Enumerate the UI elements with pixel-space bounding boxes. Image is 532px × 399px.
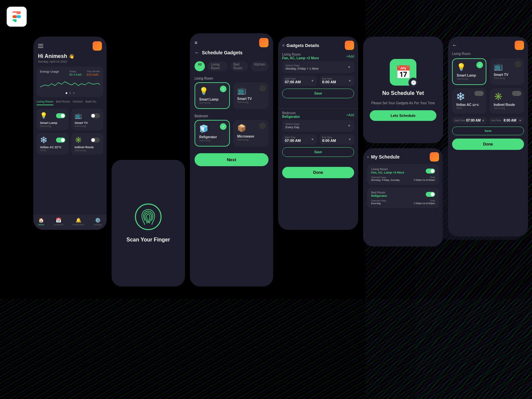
figma-logo [7,7,27,27]
nav-schedule[interactable]: 📅 Schedule [54,217,63,226]
gadget-microwave[interactable]: 📦 Microwave Samsung [233,120,268,147]
s7-router-brand: Samsung [494,107,520,110]
greeting-text: Hi Animesh 👋 [38,53,102,59]
today-label: Today [69,70,83,73]
screen7-back-arrow[interactable]: ← [452,42,457,48]
refrigerator-gadget-brand: Samsung [199,139,225,142]
energy-chart [40,78,100,91]
ac-name: Voltas AC 22°C [40,146,65,149]
bedroom-end-value: 8:00 AM [322,139,336,143]
divider [278,108,358,109]
lets-schedule-btn[interactable]: Lets Schedule [370,110,436,121]
bedroom-section: Bedroom [190,112,273,120]
s7-start-chevron: ▼ [482,119,485,122]
gadget-smart-lamp[interactable]: ✓ 💡 Smart Lamp Samsung [195,82,230,109]
bedroom-start-chevron: ▼ [311,138,314,141]
screen-fingerprint: Scan Your Finger [112,160,185,286]
s7-lamp-card: ✓ 💡 Smart Lamp Samsung [452,58,486,85]
s7-end-time[interactable]: End Time 8:00 AM ▼ [489,117,524,124]
s7-ac-toggle[interactable] [474,91,484,96]
s7-save-btn[interactable]: Save [452,127,524,135]
avatar-s7[interactable] [515,41,524,50]
device-card-ac: ❄️ Voltas AC 22°C TATA [37,133,69,155]
screen-gadget-selection: ← Living Room ✓ 💡 Smart Lamp Samsung 📺 S… [448,37,528,236]
greeting-section: Hi Animesh 👋 Sunday, April 24 2022 [33,53,107,67]
fingerprint-icon [135,203,162,230]
filter-bed-room[interactable]: Bed Room [230,61,248,71]
avatar[interactable] [93,41,102,51]
greeting-date: Sunday, April 24 2022 [38,60,102,63]
avatar-schedule[interactable] [259,38,268,47]
filter-kitchen[interactable]: Kitchen [251,61,268,71]
s7-router-toggle[interactable] [512,91,521,96]
schedule-item-living: Living Room Fan, AC, Lamp +2 More Select… [367,164,439,185]
lamp-gadget-name: Smart Lamp [199,98,225,101]
lamp-brand: Samsung [40,125,65,128]
tab-bed-room[interactable]: Bed Room [56,100,70,105]
menu-icon-6[interactable]: ≡ [367,155,369,159]
time-val-2: 7:00am to 8:00pm [414,202,435,205]
s7-time-row: Start Time 07:00 AM ▼ End Time 8:00 AM ▼ [448,117,528,127]
living-room-days-select[interactable]: Select Days Monday, Friday + 1 More ▼ [282,61,354,73]
s7-end-label: End Time [491,119,501,122]
back-button[interactable]: ≡ [195,40,197,45]
settings-nav-icon: ⚙️ [95,217,101,223]
ac-toggle[interactable] [56,138,65,143]
schedule-toggle-2[interactable] [426,192,435,197]
bedroom-save-btn[interactable]: Save [282,147,354,157]
nav-settings[interactable]: ⚙️ Settings [94,217,102,226]
tab-living-room[interactable]: Living Room [37,100,53,105]
refrigerator-check-icon: ✓ [220,123,227,130]
ac-icon: ❄️ [40,136,47,144]
lamp-icon: 💡 [40,112,47,119]
bedroom-end-time-box[interactable]: End Time 8:00 AM ▼ [319,134,354,145]
tab-bath[interactable]: Bath Ro [86,100,97,105]
device-card-router: ✳️ Indinet Route Samsung [71,133,103,155]
back-arrow-btn[interactable]: ← [195,50,199,55]
s7-router-card: ✳️ Indinet Route Samsung [490,88,524,114]
bedroom-select-days-value: Every Day [285,126,300,129]
bedroom-days-select[interactable]: Select Days Every Day ▼ [282,120,354,132]
tv-icon: 📺 [75,112,82,119]
gadget-refrigerator[interactable]: ✓ 🧊 Refigerator Samsung [195,120,230,147]
bottom-nav: 🏠 Home 📅 Schedule 🔔 Notification ⚙️ Sett… [33,215,107,230]
living-room-save-btn[interactable]: Save [282,89,354,98]
lamp-toggle[interactable] [56,113,65,118]
avatar-details[interactable] [345,41,354,50]
end-time-box[interactable]: End Time 8:00 AM ▼ [319,76,354,86]
menu-icon[interactable] [38,44,43,48]
s7-done-btn[interactable]: Done [452,139,524,150]
start-time-box[interactable]: Start Time 07:00 AM ▼ [282,76,317,86]
home-nav-label: Home [38,223,44,226]
end-time-label: End Time [322,78,336,80]
home-nav-icon: 🏠 [38,217,44,223]
bedroom-add-btn[interactable]: +Add [346,113,354,117]
schedule-toggle-1[interactable] [426,169,435,174]
router-toggle[interactable] [91,138,100,143]
tv-toggle[interactable] [91,113,100,118]
living-room-add-btn[interactable]: +Add [346,55,354,58]
filter-tabs: All Living Room Bed Room Kitchen [190,59,273,75]
screen7-room-section: Living Room [448,52,528,58]
schedule-item-header-2: Bed Room Refigerator [371,191,435,198]
next-button[interactable]: Next [195,153,268,166]
s7-tv-uncheck [515,61,521,68]
s7-start-time[interactable]: Start Time 07:00 AM ▼ [452,117,487,124]
ac-brand: TATA [40,149,65,152]
s7-end-value: 8:00 AM [504,119,516,122]
bedroom-start-time-box[interactable]: Start Time 07:00 AM ▼ [282,134,317,145]
energy-title: Energy Usage [40,70,59,73]
gadget-smart-tv[interactable]: 📺 Smart TV Samsung [233,82,268,109]
s7-ac-brand: TATA [456,107,482,110]
energy-card: Energy Usage Today 30.4 Kwh . This Month… [37,67,103,97]
menu-icon-4[interactable]: ≡ [282,43,284,48]
nav-home[interactable]: 🏠 Home [38,217,44,226]
filter-living-room[interactable]: Living Room [208,61,228,71]
tv-gadget-brand: Samsung [237,101,265,104]
tab-kitchen[interactable]: Kitchen [73,100,83,105]
gadgets-details-done-btn[interactable]: Done [282,167,354,178]
filter-all[interactable]: All [195,61,205,71]
chart-dots [40,92,100,94]
avatar-schedule-6[interactable] [430,152,439,162]
nav-notification[interactable]: 🔔 Notification [73,217,84,226]
